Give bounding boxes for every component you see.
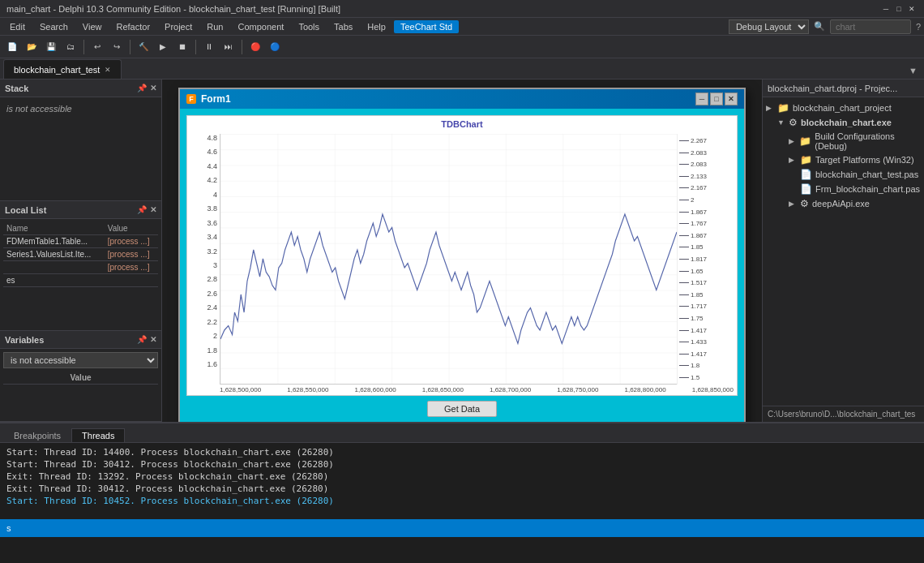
- y-3.2: 3.2: [190, 247, 217, 256]
- vars-panel-buttons: 📌 ✕: [137, 335, 156, 344]
- form1-title: Form1: [201, 93, 231, 105]
- platforms-folder-icon: 📁: [800, 154, 812, 165]
- form-minimize-btn[interactable]: ─: [695, 92, 708, 105]
- chart-x-axis: 1,628,500,000 1,628,550,000 1,628,600,00…: [187, 385, 737, 395]
- console-tab-breakpoints[interactable]: Breakpoints: [3, 428, 71, 442]
- get-data-button[interactable]: Get Data: [427, 401, 497, 417]
- console-line-highlight: Start: Thread ID: 10452. Process blockch…: [6, 495, 918, 507]
- toolbar-new[interactable]: 📄: [3, 38, 21, 56]
- svg-rect-0: [220, 134, 677, 384]
- search-input[interactable]: [830, 19, 911, 34]
- menu-teechart[interactable]: TeeChart Std: [394, 20, 459, 33]
- chart-container: TDBChart 4.8 4.6 4.4 4.2 4 3.8 3.6: [186, 115, 738, 396]
- toolbar-extra1[interactable]: 🔴: [246, 38, 264, 56]
- toolbar-pause[interactable]: ⏸: [200, 38, 218, 56]
- list-col-name: Name: [3, 222, 105, 235]
- menu-project[interactable]: Project: [158, 20, 199, 33]
- toolbar-open[interactable]: 📂: [23, 38, 41, 56]
- toolbar-build[interactable]: 🔨: [135, 38, 152, 56]
- menu-search[interactable]: Search: [33, 20, 75, 33]
- form1-window: F Form1 ─ □ ✕ TDBChart: [178, 88, 746, 422]
- toolbar-stop[interactable]: ⏹: [173, 38, 191, 56]
- legend-item: 1.65: [679, 268, 732, 275]
- toolbar-save-all[interactable]: 🗂: [62, 38, 79, 56]
- stack-pin-icon[interactable]: 📌: [137, 84, 147, 92]
- debug-layout-select[interactable]: Debug Layout: [729, 19, 809, 34]
- console-tab-threads[interactable]: Threads: [71, 428, 125, 442]
- console-line: Exit: Thread ID: 30412. Process blockcha…: [6, 483, 918, 495]
- tree-item-label: deepAiApi.exe: [812, 199, 870, 208]
- toolbar-run[interactable]: ▶: [154, 38, 172, 56]
- center-area: F Form1 ─ □ ✕ TDBChart: [162, 80, 762, 422]
- tree-item-build-config[interactable]: ▶ 📁 Build Configurations (Debug): [766, 130, 921, 153]
- variables-panel-content: is not accessible Value: [0, 349, 161, 421]
- list-pin-icon[interactable]: 📌: [137, 205, 147, 214]
- legend-item: 1.867: [679, 208, 732, 216]
- form-window-controls: ─ □ ✕: [695, 92, 738, 105]
- toolbar-undo[interactable]: ↩: [88, 38, 106, 56]
- tab-close-icon[interactable]: ✕: [105, 66, 111, 74]
- y-1.6: 1.6: [190, 360, 217, 368]
- search-icon: 🔍: [814, 21, 825, 32]
- tree-item-exe[interactable]: ▼ ⚙ blockchain_chart.exe: [766, 115, 921, 130]
- y-4.4: 4.4: [190, 162, 217, 170]
- menu-help[interactable]: Help: [361, 20, 392, 33]
- vars-pin-icon[interactable]: 📌: [137, 335, 147, 344]
- menu-component[interactable]: Component: [232, 20, 291, 33]
- form-icon: F: [186, 94, 196, 104]
- config-folder-icon: 📁: [799, 135, 811, 147]
- local-list-table: Name Value FDMemTable1.Table... [process…: [3, 222, 158, 287]
- sep1: [83, 40, 84, 54]
- chart-y-axis: 4.8 4.6 4.4 4.2 4 3.8 3.6 3.4 3.2 3 2.8: [190, 134, 220, 385]
- form-close-btn[interactable]: ✕: [725, 92, 738, 105]
- table-row: es: [3, 274, 158, 287]
- console-line: Start: Thread ID: 14400. Process blockch…: [6, 446, 918, 458]
- toolbar-redo[interactable]: ↪: [108, 38, 126, 56]
- stack-not-accessible: is not accessible: [3, 101, 158, 117]
- menu-run[interactable]: Run: [200, 20, 229, 33]
- menu-edit[interactable]: Edit: [3, 20, 32, 33]
- tab-dropdown-btn[interactable]: ▼: [905, 62, 921, 79]
- row-value: [process ...]: [105, 248, 158, 261]
- menu-tabs[interactable]: Tabs: [327, 20, 359, 33]
- menu-view[interactable]: View: [76, 20, 109, 33]
- form1-content: TDBChart 4.8 4.6 4.4 4.2 4 3.8 3.6: [180, 109, 744, 422]
- menu-refactor[interactable]: Refactor: [109, 20, 156, 33]
- maximize-btn[interactable]: □: [893, 3, 905, 15]
- vars-close-icon[interactable]: ✕: [150, 335, 156, 344]
- help-icon[interactable]: ?: [916, 22, 921, 32]
- toolbar-step[interactable]: ⏭: [220, 38, 237, 56]
- toolbar-save[interactable]: 💾: [42, 38, 60, 56]
- toolbar-extra2[interactable]: 🔵: [266, 38, 284, 56]
- legend-item: 1.867: [679, 232, 732, 239]
- tree-arrow-icon: ▶: [766, 104, 774, 112]
- y-1.8: 1.8: [190, 346, 217, 355]
- form-maximize-btn[interactable]: □: [710, 92, 723, 105]
- deepai-exe-icon: ⚙: [800, 198, 809, 209]
- minimize-btn[interactable]: ─: [880, 3, 892, 15]
- legend-item: 1.417: [679, 350, 732, 358]
- tree-item-chart-test-pas[interactable]: ▶ 📄 blockchain_chart_test.pas: [766, 167, 921, 182]
- y-2.8: 2.8: [190, 275, 217, 283]
- variables-dropdown[interactable]: is not accessible: [3, 352, 158, 368]
- menu-tools[interactable]: Tools: [292, 20, 326, 33]
- tab-blockchain-chart-test[interactable]: blockchain_chart_test ✕: [3, 59, 122, 79]
- tree-arrow-icon: ▼: [777, 118, 785, 127]
- chart-title: TDBChart: [187, 116, 737, 131]
- list-close-icon[interactable]: ✕: [150, 205, 156, 214]
- right-panel: blockchain_chart.dproj - Projec... ▶ 📁 b…: [762, 80, 924, 422]
- app-title: main_chart - Delphi 10.3 Community Editi…: [6, 4, 880, 14]
- tree-item-frm-pas[interactable]: ▶ 📄 Frm_blockchain_chart.pas: [766, 182, 921, 196]
- tree-item-deepai-exe[interactable]: ▶ ⚙ deepAiApi.exe: [766, 196, 921, 211]
- close-btn[interactable]: ✕: [906, 3, 918, 15]
- legend-item: 1.717: [679, 303, 732, 310]
- tree-item-project[interactable]: ▶ 📁 blockchain_chart_project: [766, 101, 921, 115]
- chart-plot-area: [220, 134, 677, 385]
- y-3.8: 3.8: [190, 204, 217, 213]
- tree-item-target-platforms[interactable]: ▶ 📁 Target Platforms (Win32): [766, 153, 921, 167]
- row-name: es: [3, 274, 105, 287]
- legend-item: 2.083: [679, 161, 732, 168]
- legend-item: 1.85: [679, 291, 732, 299]
- frm-file-icon: 📄: [800, 183, 812, 195]
- stack-close-icon[interactable]: ✕: [150, 84, 156, 92]
